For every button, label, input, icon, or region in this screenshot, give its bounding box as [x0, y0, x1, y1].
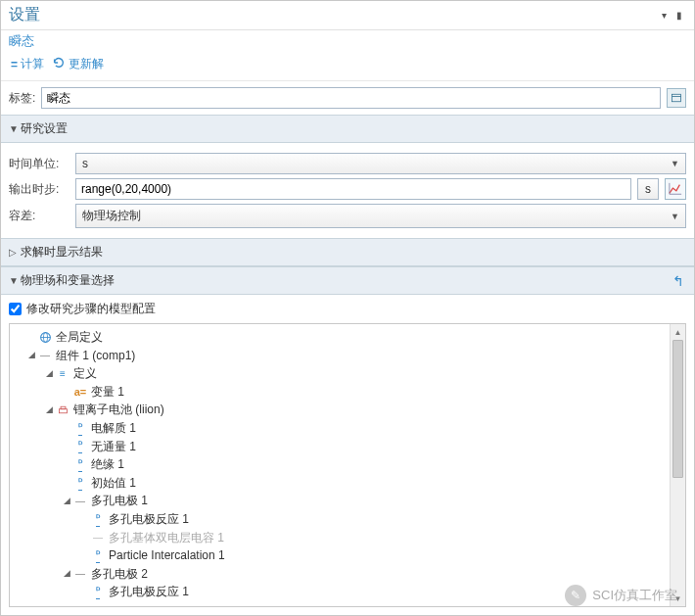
tree-item[interactable]: ᴰ初始值 1 [12, 474, 683, 493]
tree-item[interactable]: ᴰParticle Intercalation 1 [12, 546, 683, 565]
model-tree[interactable]: 全局定义◢—组件 1 (comp1)◢≡定义a=变量 1◢锂离子电池 (liio… [10, 324, 685, 606]
tree-item[interactable]: ◢—多孔电极 1 [12, 492, 683, 510]
tree-item-label: 多孔电极 2 [91, 565, 148, 584]
feature-icon: ᴰ [90, 548, 106, 563]
label-input[interactable] [41, 87, 661, 109]
svg-rect-7 [59, 409, 67, 413]
compute-icon: = [11, 58, 18, 71]
line-icon: — [72, 566, 88, 582]
chevron-down-icon: ▼ [9, 123, 21, 134]
tree-item-label: 多孔基体双电层电容 1 [109, 529, 224, 547]
tree-item[interactable]: ᴰ绝缘 1 [12, 455, 683, 474]
tag-button[interactable] [667, 88, 686, 108]
tree-item-label: 电解质 1 [91, 419, 136, 438]
tree-item-label: 无通量 1 [91, 438, 136, 456]
tree-item-label: 绝缘 1 [91, 455, 124, 474]
range-plot-button[interactable] [665, 178, 686, 200]
tree-scrollbar[interactable]: ▲ ▼ [670, 324, 685, 606]
line-icon: — [37, 348, 53, 363]
tree-item[interactable]: ◢—组件 1 (comp1) [12, 347, 683, 365]
menu-dropdown-icon[interactable]: ▾ [657, 10, 671, 21]
panel-title: 设置 [9, 5, 40, 25]
tree-twisty-icon[interactable]: ◢ [25, 349, 37, 362]
refresh-icon [52, 56, 66, 72]
tree-item-label: 全局定义 [56, 328, 103, 347]
feature-icon: ᴰ [72, 421, 88, 436]
line-icon: — [72, 494, 88, 509]
tree-item[interactable]: ᴰ电解质 1 [12, 419, 683, 438]
tree-twisty-icon[interactable]: ◢ [61, 495, 72, 508]
scroll-thumb[interactable] [672, 340, 683, 478]
tree-item[interactable]: ◢≡定义 [12, 364, 683, 383]
feature-icon: ᴰ [72, 439, 88, 453]
tree-item[interactable]: a=变量 1 [12, 383, 683, 402]
tree-item[interactable]: 全局定义 [12, 328, 683, 347]
chevron-down-icon: ▼ [671, 159, 679, 168]
modify-model-config-label: 修改研究步骤的模型配置 [26, 301, 156, 317]
section-physics-vars-header[interactable]: ▼ 物理场和变量选择 ↰ [1, 266, 694, 295]
tree-item-label: 锂离子电池 (liion) [73, 401, 164, 419]
tree-item-label: 定义 [73, 364, 97, 383]
modify-model-config-checkbox[interactable] [9, 303, 22, 315]
pin-icon[interactable]: ▮ [672, 10, 686, 21]
tree-item[interactable]: ᴰ无通量 1 [12, 438, 683, 456]
feature-icon: ᴰ [72, 457, 88, 472]
svg-rect-8 [61, 406, 66, 408]
output-times-input[interactable] [75, 178, 631, 200]
scroll-up-button[interactable]: ▲ [671, 324, 685, 340]
chevron-right-icon: ▷ [9, 247, 21, 258]
chevron-down-icon: ▼ [9, 275, 21, 286]
tree-item-label: 多孔电极 1 [91, 492, 148, 510]
tree-item-label: 多孔电极反应 1 [109, 510, 189, 529]
variable-icon: a= [72, 384, 88, 401]
tolerance-label: 容差: [9, 208, 70, 224]
tree-twisty-icon[interactable]: ◢ [43, 403, 55, 417]
label-field-label: 标签: [9, 90, 35, 107]
section-study-settings-header[interactable]: ▼ 研究设置 [1, 115, 694, 143]
definitions-icon: ≡ [55, 366, 70, 382]
tolerance-combo[interactable]: 物理场控制 ▼ [75, 204, 686, 228]
reset-icon[interactable]: ↰ [671, 273, 686, 289]
tree-twisty-icon[interactable]: ◢ [61, 567, 72, 581]
svg-rect-0 [672, 94, 681, 102]
feature-icon: ᴰ [90, 585, 106, 599]
globe-icon [37, 331, 53, 344]
compute-button[interactable]: = 计算 [9, 54, 46, 74]
section-results-while-solving-header[interactable]: ▷ 求解时显示结果 [1, 238, 694, 266]
feature-icon: ᴰ [72, 476, 88, 491]
tree-twisty-icon[interactable]: ◢ [43, 367, 55, 381]
line-icon: — [90, 530, 106, 545]
time-unit-label: 时间单位: [9, 156, 70, 172]
tree-item-label: 初始值 1 [91, 474, 136, 493]
study-step-subtitle: 瞬态 [1, 30, 694, 52]
physics-icon [55, 403, 70, 416]
chevron-down-icon: ▼ [671, 212, 679, 221]
tree-item[interactable]: ᴰ多孔电极反应 1 [12, 583, 683, 601]
output-times-unit[interactable]: s [637, 178, 659, 200]
update-solution-button[interactable]: 更新解 [50, 54, 106, 74]
output-times-label: 输出时步: [9, 181, 70, 198]
time-unit-combo[interactable]: s ▼ [75, 153, 686, 174]
scroll-down-button[interactable]: ▼ [671, 591, 685, 606]
feature-icon: ᴰ [90, 512, 106, 527]
tree-item[interactable]: ◢—多孔电极 2 [12, 565, 683, 584]
tree-item-label: Particle Intercalation 1 [109, 546, 225, 565]
tree-item-label: 多孔电极反应 1 [109, 583, 189, 601]
tree-item[interactable]: ◢锂离子电池 (liion) [12, 401, 683, 419]
tree-item[interactable]: —多孔基体双电层电容 1 [12, 529, 683, 547]
tree-item-label: 变量 1 [91, 383, 124, 402]
tree-item-label: 组件 1 (comp1) [56, 347, 135, 365]
tree-item[interactable]: ᴰ多孔电极反应 1 [12, 510, 683, 529]
